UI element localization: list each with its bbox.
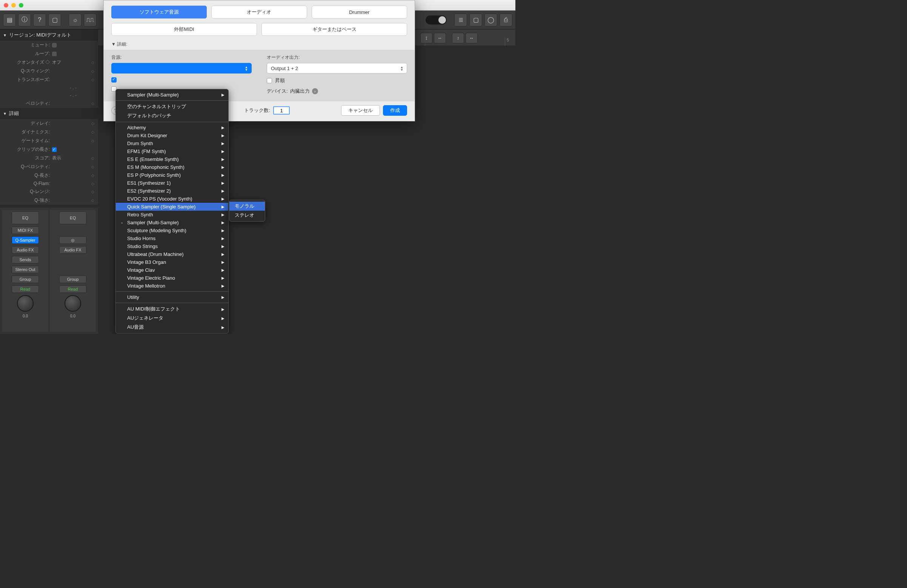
automation-slot[interactable]: Read: [59, 285, 87, 293]
window-controls: [4, 3, 23, 8]
menu-item-au-gen[interactable]: AUジェネレータ▶: [116, 313, 228, 323]
qswing-label: Q-スウィング:: [4, 68, 52, 74]
tab-software-instrument[interactable]: ソフトウェア音源: [111, 6, 207, 18]
menu-item-default-patch[interactable]: デフォルトのパッチ: [116, 111, 228, 120]
region-header[interactable]: ▼リージョン: MIDIデフォルト: [0, 29, 98, 41]
midifx-slot[interactable]: MIDI FX: [12, 227, 39, 234]
device-label: デバイス:: [267, 88, 288, 94]
menu-item[interactable]: Alchemy▶: [116, 124, 228, 131]
catch-button[interactable]: ⟟: [420, 33, 433, 43]
menu-item[interactable]: ES2 (Synthesizer 2)▶: [116, 187, 228, 195]
menu-item[interactable]: -Sampler (Multi-Sample)▶: [116, 219, 228, 227]
ascending-label: 昇順: [275, 77, 285, 84]
tab-audio[interactable]: オーディオ: [211, 6, 307, 18]
menu-item[interactable]: EFM1 (FM Synth)▶: [116, 147, 228, 155]
tab-guitar-bass[interactable]: ギターまたはベース: [261, 23, 407, 36]
minimize-icon[interactable]: [11, 3, 16, 8]
hzoom-out-button[interactable]: ↔: [466, 33, 478, 43]
qrange-label: Q-レンジ:: [4, 189, 52, 195]
quantize-value[interactable]: オフ: [52, 59, 95, 66]
instrument-slot[interactable]: Q-Sampler: [12, 236, 39, 244]
instrument-popup[interactable]: ▲▼: [111, 63, 252, 74]
dynamics-label: ダイナミクス:: [4, 129, 52, 135]
output-slot[interactable]: Stereo Out: [12, 266, 39, 273]
menu-item[interactable]: Drum Synth▶: [116, 139, 228, 147]
mute-label: ミュート:: [4, 42, 52, 48]
loops-button[interactable]: ◯: [484, 14, 497, 26]
zoom-icon[interactable]: [19, 3, 23, 8]
tab-drummer[interactable]: Drummer: [312, 6, 407, 18]
ascending-checkbox[interactable]: [267, 78, 272, 83]
notes-button[interactable]: ▢: [470, 14, 482, 26]
smart-controls-button[interactable]: ☼: [69, 14, 82, 26]
menu-item[interactable]: ES M (Monophonic Synth)▶: [116, 163, 228, 171]
quantize-label: クオンタイズ ◇: [4, 59, 52, 66]
loop-checkbox[interactable]: [52, 52, 57, 56]
group-slot[interactable]: Group: [12, 276, 39, 283]
audiofx-slot[interactable]: Audio FX: [59, 246, 87, 254]
menu-item[interactable]: ES1 (Synthesizer 1)▶: [116, 179, 228, 187]
cliplen-checkbox[interactable]: [52, 147, 57, 152]
menu-item[interactable]: ES E (Ensemble Synth)▶: [116, 155, 228, 163]
stereo-slot[interactable]: ◎: [59, 236, 87, 244]
menu-item[interactable]: Sculpture (Modeling Synth)▶: [116, 227, 228, 235]
media-button[interactable]: ⎙: [500, 14, 512, 26]
open-library-checkbox[interactable]: [111, 77, 117, 83]
menu-item[interactable]: Quick Sampler (Single Sample)▶: [116, 203, 228, 211]
menu-item[interactable]: Vintage Mellotron▶: [116, 282, 228, 290]
menu-item[interactable]: Sampler (Multi-Sample)▶: [116, 91, 228, 99]
menu-item[interactable]: Vintage Electric Piano▶: [116, 274, 228, 282]
automation-slot[interactable]: Read: [12, 285, 39, 293]
eq-slot[interactable]: EQ: [59, 211, 87, 224]
instrument-menu: Sampler (Multi-Sample)▶ 空のチャンネルストリップ デフォ…: [115, 89, 229, 334]
detail-disclosure[interactable]: ▼ 詳細:: [104, 39, 415, 50]
hzoom-button[interactable]: ↔: [434, 33, 446, 43]
delay-label: ディレイ:: [4, 120, 52, 127]
tab-external-midi[interactable]: 外部MIDI: [111, 23, 257, 36]
submenu-stereo[interactable]: ステレオ: [229, 211, 265, 220]
close-icon[interactable]: [4, 3, 8, 8]
menu-item[interactable]: ES P (Polyphonic Synth)▶: [116, 171, 228, 179]
pan-value: 0.0: [22, 314, 28, 318]
cancel-button[interactable]: キャンセル: [341, 105, 380, 116]
menu-item[interactable]: Studio Strings▶: [116, 242, 228, 250]
channel-strips: EQ MIDI FX Q-Sampler Audio FX Sends Ster…: [0, 208, 98, 334]
menu-item[interactable]: Drum Kit Designer▶: [116, 131, 228, 139]
pan-knob[interactable]: [17, 295, 34, 312]
library-button[interactable]: ▤: [3, 14, 16, 26]
eq-slot[interactable]: EQ: [12, 211, 39, 224]
inspector-button[interactable]: ⓘ: [18, 14, 31, 26]
mute-checkbox[interactable]: [52, 43, 57, 48]
vzoom-button[interactable]: ↕: [452, 33, 464, 43]
menu-item[interactable]: Retro Synth▶: [116, 211, 228, 219]
sends-slot[interactable]: Sends: [12, 256, 39, 264]
audiofx-slot[interactable]: Audio FX: [12, 246, 39, 254]
menu-item-empty-strip[interactable]: 空のチャンネルストリップ: [116, 102, 228, 111]
create-button[interactable]: 作成: [383, 105, 407, 116]
menu-item[interactable]: EVOC 20 PS (Vocoder Synth)▶: [116, 195, 228, 203]
score-value[interactable]: 表示: [52, 155, 95, 161]
channel-strip-1: EQ MIDI FX Q-Sampler Audio FX Sends Ster…: [2, 210, 48, 332]
menu-item[interactable]: Ultrabeat (Drum Machine)▶: [116, 250, 228, 258]
low-latency-switch[interactable]: [426, 16, 447, 24]
toolbox-button[interactable]: ▢: [48, 14, 61, 26]
output-popup[interactable]: Output 1 + 2 ▲▼: [267, 63, 407, 74]
device-go-icon[interactable]: ›: [312, 88, 318, 94]
cliplen-label: クリップの長さ:: [4, 146, 52, 153]
device-value: 内臓出力: [290, 88, 310, 94]
menu-item[interactable]: Vintage Clav▶: [116, 266, 228, 274]
menu-item[interactable]: Vintage B3 Organ▶: [116, 258, 228, 266]
group-slot[interactable]: Group: [59, 276, 87, 283]
submenu-mono[interactable]: モノラル: [229, 202, 265, 211]
inspector-sidebar: ▼リージョン: MIDIデフォルト ミュート: ループ: クオンタイズ ◇オフ◇…: [0, 29, 98, 334]
list-button[interactable]: ≣: [454, 14, 467, 26]
tracks-count-input[interactable]: [273, 106, 290, 115]
menu-item-au-midi[interactable]: AU MIDI制御エフェクト▶: [116, 305, 228, 313]
pan-knob[interactable]: [64, 295, 81, 312]
detail-header[interactable]: ▼詳細: [0, 108, 98, 119]
mixer-button[interactable]: ⎍⎍: [84, 14, 96, 26]
menu-item-utility[interactable]: Utility▶: [116, 293, 228, 301]
help-button[interactable]: ?: [33, 14, 46, 26]
menu-item-au-src[interactable]: AU音源▶: [116, 323, 228, 332]
menu-item[interactable]: Studio Horns▶: [116, 235, 228, 242]
